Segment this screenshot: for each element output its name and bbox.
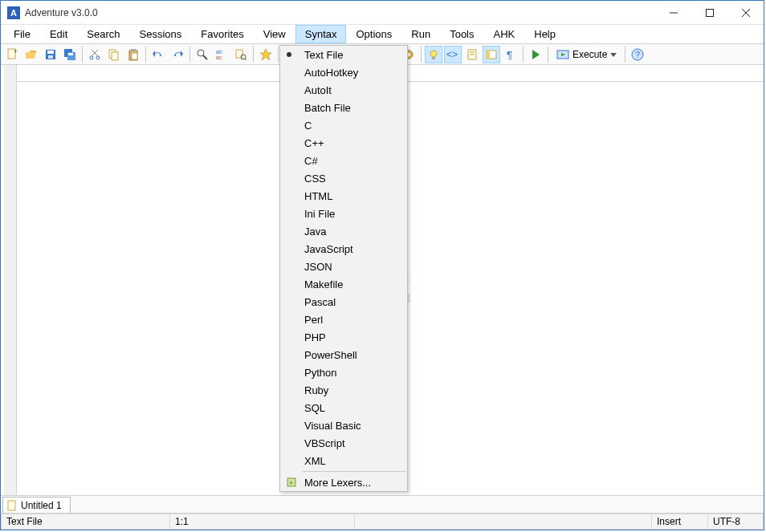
run-button[interactable] <box>527 46 544 63</box>
syntax-item-ini-file[interactable]: Ini File <box>280 205 407 222</box>
syntax-item-c-[interactable]: C# <box>280 152 407 169</box>
syntax-item-java[interactable]: Java <box>280 222 407 240</box>
document-tab[interactable]: Untitled 1 <box>2 497 71 513</box>
document-icon <box>466 48 479 61</box>
syntax-item-label: Java <box>304 225 326 238</box>
toolbar-separator <box>523 47 524 63</box>
toolbar-separator <box>421 47 422 63</box>
syntax-item-html[interactable]: HTML <box>280 187 407 205</box>
save-all-icon <box>63 48 76 61</box>
maximize-button[interactable] <box>691 1 727 24</box>
syntax-item-perl[interactable]: Perl <box>280 311 407 328</box>
toggle-whitespace-button[interactable] <box>463 46 481 63</box>
toolbar-separator <box>189 47 190 63</box>
syntax-item-label: PowerShell <box>304 349 357 361</box>
minimize-button[interactable] <box>655 1 691 24</box>
svg-point-31 <box>430 51 437 57</box>
syntax-item-visual-basic[interactable]: Visual Basic <box>280 416 407 434</box>
syntax-item-python[interactable]: Python <box>280 363 407 381</box>
menu-view[interactable]: View <box>254 25 295 43</box>
syntax-item-batch-file[interactable]: Batch File <box>280 99 407 116</box>
find-icon <box>196 48 209 61</box>
new-file-button[interactable]: + <box>3 46 21 63</box>
syntax-item-text-file[interactable]: Text File <box>280 46 407 63</box>
open-file-button[interactable] <box>22 46 40 63</box>
save-icon <box>44 48 57 61</box>
syntax-item-label: C# <box>304 155 318 167</box>
syntax-item-css[interactable]: CSS <box>280 169 407 187</box>
syntax-item-label: Batch File <box>304 102 351 114</box>
toggle-explorer-button[interactable] <box>483 46 500 63</box>
find-in-files-button[interactable] <box>232 46 250 63</box>
syntax-item-ruby[interactable]: Ruby <box>280 381 407 399</box>
syntax-item-label: PHP <box>304 331 326 343</box>
menu-syntax[interactable]: Syntax <box>295 25 347 43</box>
syntax-item-pascal[interactable]: Pascal <box>280 293 407 311</box>
svg-rect-32 <box>432 57 435 59</box>
copy-button[interactable] <box>105 46 123 63</box>
syntax-item-vbscript[interactable]: VBScript <box>280 434 407 452</box>
svg-rect-19 <box>131 49 136 51</box>
document-icon <box>6 500 18 511</box>
menu-edit[interactable]: Edit <box>40 25 77 43</box>
replace-button[interactable]: abac <box>213 46 230 63</box>
toggle-code-view-button[interactable]: <> <box>444 46 462 63</box>
syntax-item-label: JavaScript <box>304 243 353 255</box>
toggle-hints-button[interactable] <box>425 46 442 63</box>
syntax-item-c[interactable]: C <box>280 116 407 134</box>
menu-favorites[interactable]: Favorites <box>191 25 253 43</box>
syntax-menu: Text FileAutoHotkeyAutoItBatch FileCC++C… <box>279 45 408 492</box>
menu-ahk[interactable]: AHK <box>484 25 525 43</box>
cut-button[interactable] <box>86 46 104 63</box>
svg-rect-7 <box>47 51 54 54</box>
syntax-item-label: SQL <box>304 402 325 414</box>
menu-options[interactable]: Options <box>346 25 401 43</box>
syntax-item-autohotkey[interactable]: AutoHotkey <box>280 63 407 81</box>
lightbulb-icon <box>427 48 440 61</box>
save-all-button[interactable] <box>61 46 79 63</box>
svg-text:<>: <> <box>446 49 458 60</box>
toolbar-separator <box>625 47 625 63</box>
syntax-item-autoit[interactable]: AutoIt <box>280 81 407 99</box>
status-bar: Text File 1:1 Insert UTF-8 <box>1 514 764 530</box>
svg-rect-17 <box>112 52 118 60</box>
syntax-item-xml[interactable]: XML <box>280 452 407 469</box>
chevron-down-icon <box>610 51 617 58</box>
syntax-more-label: More Lexers... <box>304 477 371 489</box>
syntax-item-makefile[interactable]: Makefile <box>280 275 407 293</box>
execute-dropdown[interactable]: Execute <box>551 46 622 63</box>
close-button[interactable] <box>727 1 764 24</box>
help-button[interactable]: ? <box>629 46 646 63</box>
close-icon <box>742 9 750 17</box>
scissors-icon <box>88 48 101 61</box>
syntax-more-lexers[interactable]: +More Lexers... <box>280 473 407 491</box>
find-button[interactable] <box>194 46 211 63</box>
menu-file[interactable]: File <box>4 25 40 43</box>
syntax-item-javascript[interactable]: JavaScript <box>280 240 407 258</box>
syntax-item-sql[interactable]: SQL <box>280 399 407 416</box>
svg-point-13 <box>96 56 100 59</box>
menu-sessions[interactable]: Sessions <box>130 25 192 43</box>
document-tab-bar: Untitled 1 <box>1 496 764 514</box>
toggle-pilcrow-button[interactable]: ¶ <box>502 46 519 63</box>
menu-search[interactable]: Search <box>77 25 129 43</box>
replace-icon: abac <box>215 48 228 61</box>
menu-help[interactable]: Help <box>524 25 565 43</box>
redo-button[interactable] <box>169 46 186 63</box>
svg-rect-25 <box>236 50 242 58</box>
save-button[interactable] <box>42 46 59 63</box>
menu-run[interactable]: Run <box>401 25 440 43</box>
execute-label: Execute <box>572 49 607 60</box>
syntax-item-c-[interactable]: C++ <box>280 134 407 152</box>
syntax-item-label: CSS <box>304 173 326 185</box>
svg-point-21 <box>198 50 204 56</box>
undo-button[interactable] <box>149 46 167 63</box>
menu-tools[interactable]: Tools <box>440 25 483 43</box>
syntax-item-powershell[interactable]: PowerShell <box>280 346 407 363</box>
status-lexer: Text File <box>1 514 169 530</box>
favorites-button[interactable] <box>257 46 275 63</box>
syntax-item-json[interactable]: JSON <box>280 258 407 275</box>
syntax-item-php[interactable]: PHP <box>280 328 407 346</box>
syntax-item-label: C++ <box>304 137 324 149</box>
paste-button[interactable] <box>124 46 142 63</box>
